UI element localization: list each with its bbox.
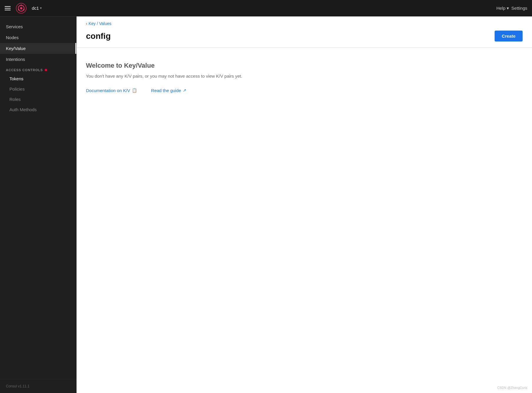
svg-point-2 bbox=[20, 7, 22, 9]
sidebar-item-intentions[interactable]: Intentions bbox=[0, 54, 76, 65]
page-header: config Create bbox=[77, 26, 532, 48]
welcome-links: Documentation on K/V 📋 Read the guide ↗ bbox=[86, 88, 273, 93]
access-controls-dot bbox=[45, 69, 47, 71]
sidebar-item-policies[interactable]: Policies bbox=[0, 84, 76, 94]
menu-toggle[interactable] bbox=[5, 6, 11, 10]
guide-external-icon: ↗ bbox=[183, 88, 186, 93]
breadcrumb-chevron-icon: ‹ bbox=[86, 21, 87, 26]
app-logo bbox=[15, 2, 27, 14]
dc-chevron-icon: ▾ bbox=[40, 6, 42, 10]
sidebar-footer: Consul v1.11.1 bbox=[0, 379, 76, 393]
welcome-title: Welcome to Key/Value bbox=[86, 62, 273, 69]
page-title: config bbox=[86, 31, 111, 41]
settings-button[interactable]: Settings bbox=[511, 6, 527, 11]
sidebar-item-services[interactable]: Services bbox=[0, 21, 76, 32]
datacenter-selector[interactable]: dc1 ▾ bbox=[32, 6, 42, 11]
doc-external-icon: 📋 bbox=[132, 88, 137, 93]
breadcrumb-text: Key / Values bbox=[89, 21, 112, 26]
create-button[interactable]: Create bbox=[495, 31, 523, 41]
welcome-description: You don't have any K/V pairs, or you may… bbox=[86, 73, 273, 80]
main-content: ‹ Key / Values config Create Welcome to … bbox=[77, 16, 532, 393]
breadcrumb[interactable]: ‹ Key / Values bbox=[77, 16, 532, 26]
guide-link[interactable]: Read the guide ↗ bbox=[151, 88, 186, 93]
svg-point-5 bbox=[18, 9, 19, 10]
help-button[interactable]: Help ▾ bbox=[496, 6, 509, 11]
sidebar: Services Nodes Key/Value Intentions ACCE… bbox=[0, 16, 77, 393]
svg-point-4 bbox=[23, 9, 24, 10]
sidebar-item-tokens[interactable]: Tokens bbox=[0, 74, 76, 84]
sidebar-item-roles[interactable]: Roles bbox=[0, 94, 76, 104]
watermark: CSDN @ZhangCuris bbox=[497, 386, 527, 389]
access-controls-section: ACCESS CONTROLS bbox=[0, 65, 76, 74]
sidebar-item-nodes[interactable]: Nodes bbox=[0, 32, 76, 43]
top-navigation: dc1 ▾ Help ▾ Settings bbox=[0, 0, 532, 16]
datacenter-label: dc1 bbox=[32, 6, 39, 11]
sidebar-nav: Services Nodes Key/Value Intentions ACCE… bbox=[0, 16, 76, 379]
sidebar-item-keyvalue[interactable]: Key/Value bbox=[0, 43, 76, 54]
help-chevron-icon: ▾ bbox=[507, 6, 509, 11]
welcome-panel: Welcome to Key/Value You don't have any … bbox=[77, 48, 283, 107]
app-body: Services Nodes Key/Value Intentions ACCE… bbox=[0, 16, 532, 393]
svg-point-3 bbox=[21, 4, 22, 6]
documentation-link[interactable]: Documentation on K/V 📋 bbox=[86, 88, 137, 93]
sidebar-item-auth-methods[interactable]: Auth Methods bbox=[0, 104, 76, 115]
